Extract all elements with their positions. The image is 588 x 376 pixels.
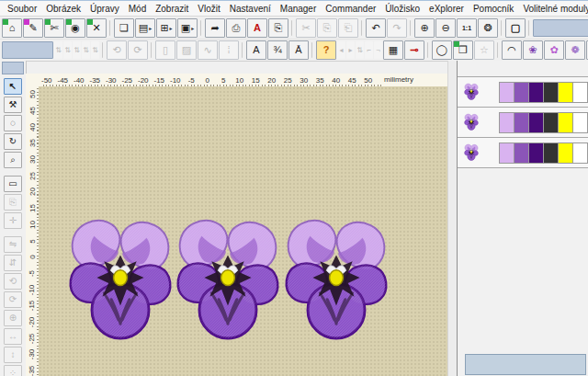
zoom-selection-icon[interactable]: ❂: [478, 18, 498, 38]
thread-color-swatch[interactable]: [572, 112, 588, 133]
embroidery-flower-2[interactable]: [174, 213, 282, 349]
thread-color-swatch[interactable]: [514, 82, 529, 103]
thread-color-swatch[interactable]: [499, 112, 514, 133]
menu-obrazek[interactable]: Obrázek: [41, 4, 85, 14]
ruler-tick-label: -20: [28, 317, 37, 328]
design-thumbnail[interactable]: [464, 113, 479, 131]
pattern-fill-icon: ▨: [176, 40, 197, 60]
menu-manager[interactable]: Manager: [276, 4, 321, 14]
thread-color-swatch[interactable]: [528, 112, 544, 133]
pointer-tool-icon[interactable]: ↖: [4, 78, 22, 95]
mode-manager-icon[interactable]: ⌂: [2, 18, 22, 38]
ruler-tick-label: -15: [28, 301, 37, 312]
design-thumbnail[interactable]: [464, 83, 479, 101]
zoom-out-icon[interactable]: ⊖: [435, 18, 456, 38]
embroidery-flower-1[interactable]: [66, 213, 175, 349]
menu-mod[interactable]: Mód: [124, 4, 151, 14]
wave-stitch-icon: ∿: [198, 40, 218, 60]
text-size-icon[interactable]: ¾: [267, 40, 288, 60]
help-icon[interactable]: ?: [316, 40, 336, 60]
thread-color-swatch[interactable]: [558, 112, 573, 133]
save-design-icon[interactable]: ▣▸: [177, 18, 198, 38]
knife-tool-icon[interactable]: ⚒: [4, 97, 22, 113]
design-row[interactable]: [458, 107, 588, 137]
thread-color-swatch[interactable]: [528, 82, 544, 103]
ruler-tick-label: 35: [312, 76, 329, 85]
flower-motif-2-icon[interactable]: ✿: [544, 40, 564, 60]
pdf-export-icon[interactable]: A: [247, 18, 267, 38]
hoop-icon[interactable]: ▢: [505, 18, 526, 38]
menu-vlozit[interactable]: Vložit: [193, 4, 224, 14]
separator: [528, 20, 531, 36]
align-horizontal-icon: ↔: [4, 328, 22, 345]
thread-color-swatch[interactable]: [543, 142, 559, 164]
lasso-tool-icon[interactable]: ◌: [4, 115, 22, 131]
design-row[interactable]: [458, 76, 588, 107]
thread-color-swatch[interactable]: [514, 142, 529, 164]
thread-color-swatch[interactable]: [543, 82, 559, 103]
shape-outline-icon[interactable]: ◯: [432, 40, 452, 60]
menu-pomocnik[interactable]: Pomocník: [469, 4, 518, 14]
copy-icon: ⎘: [317, 18, 337, 38]
menu-commander[interactable]: Commander: [321, 4, 380, 14]
design-canvas[interactable]: [39, 86, 447, 376]
favorite-icon: ☆: [474, 40, 494, 60]
design-row[interactable]: [458, 137, 588, 167]
thread-color-swatch[interactable]: [572, 82, 588, 103]
menu-explorer[interactable]: eXplorer: [424, 4, 469, 14]
thread-color-swatch[interactable]: [558, 142, 573, 164]
zoom-in-icon[interactable]: ⊕: [414, 18, 435, 38]
curve-tool-icon[interactable]: ◠: [502, 40, 522, 60]
mode-cross-stitch-icon[interactable]: ✕: [86, 18, 107, 38]
design-thumbnail[interactable]: [464, 143, 479, 162]
rect-select-tool-icon[interactable]: ▭: [4, 176, 22, 192]
flower-motif-1-icon[interactable]: ❀: [523, 40, 543, 60]
thread-palette: [499, 142, 587, 164]
menu-zobrazit[interactable]: Zobrazit: [151, 4, 193, 14]
ruler-tick-label: 40: [28, 123, 37, 131]
thread-color-swatch[interactable]: [499, 142, 514, 164]
ruler-tick-label: 10: [28, 221, 37, 229]
thread-color-swatch[interactable]: [558, 82, 573, 103]
separator: [427, 42, 430, 58]
ruler-tick-label: -20: [135, 76, 152, 85]
ruler-tick-label: 30: [296, 76, 312, 85]
mode-studio-icon[interactable]: ✄: [44, 18, 64, 38]
magnifier-tool-icon[interactable]: ⌕: [4, 152, 22, 168]
export-icon[interactable]: ➦: [205, 18, 225, 38]
open-design-icon[interactable]: ▤▸: [135, 18, 155, 38]
new-design-icon[interactable]: ❏: [114, 18, 134, 38]
thread-color-swatch[interactable]: [528, 142, 544, 164]
flower-motif-3-icon[interactable]: ❁: [565, 40, 585, 60]
menu-soubor[interactable]: Soubor: [3, 4, 41, 14]
password-key-icon[interactable]: ⊸: [404, 40, 424, 60]
zoom-one-to-one-icon[interactable]: 1:1: [457, 18, 477, 38]
thread-color-swatch[interactable]: [514, 112, 529, 133]
save-shape-icon[interactable]: ❐: [453, 40, 473, 60]
mode-sfumato-icon[interactable]: ◉: [65, 18, 85, 38]
ruler-tick-label: 15: [248, 76, 265, 85]
thread-color-swatch[interactable]: [572, 142, 588, 164]
print-icon[interactable]: ⎙: [226, 18, 246, 38]
text-style-icon[interactable]: Ā: [288, 40, 309, 60]
thread-color-swatch[interactable]: [543, 112, 559, 133]
rotate-tool-icon[interactable]: ↻: [4, 133, 22, 150]
copy-page-icon[interactable]: ⎘: [268, 18, 288, 38]
gap: [5, 231, 21, 234]
background-pattern-icon[interactable]: ▦: [383, 40, 403, 60]
menu-volitelne-moduly[interactable]: Volitelné moduly: [518, 4, 588, 14]
menu-upravy[interactable]: Úpravy: [85, 4, 124, 14]
embroidery-flower-3[interactable]: [282, 213, 390, 349]
menu-nastaveni[interactable]: Nastavení: [225, 4, 276, 14]
undo-icon[interactable]: ↶: [366, 18, 386, 38]
tool-column: ↖ ⚒ ◌ ↻ ⌕ ▭ ⎘ ✛ ⇋ ⇵: [0, 78, 26, 376]
duplicate-tool-icon: ⎘: [4, 194, 22, 211]
text-tool-icon[interactable]: A: [246, 40, 266, 60]
mode-editor-icon[interactable]: ✎: [23, 18, 43, 38]
ruler-unit-label: milimetry: [384, 75, 413, 84]
separator: [410, 20, 413, 36]
add-design-icon[interactable]: ⊞▸: [156, 18, 176, 38]
ruler-tick-label: -10: [167, 76, 184, 85]
menu-ulozisko[interactable]: Úložisko: [380, 4, 424, 14]
thread-color-swatch[interactable]: [499, 82, 514, 103]
